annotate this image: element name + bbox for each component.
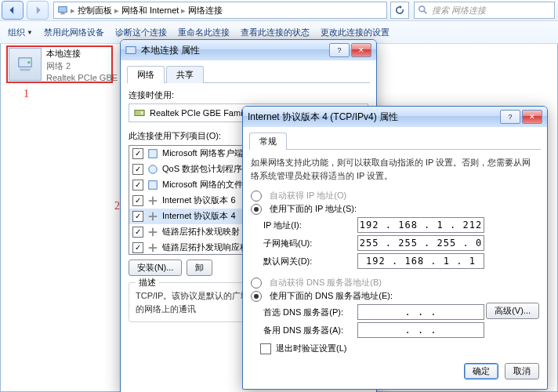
svg-rect-8	[149, 149, 158, 158]
protocol-icon	[147, 211, 158, 222]
svg-rect-0	[59, 7, 67, 13]
ipv4-properties-window: Internet 协议版本 4 (TCP/IPv4) 属性 ? ✕ 常规 如果网…	[242, 106, 548, 390]
refresh-button[interactable]	[390, 2, 409, 19]
search-icon	[418, 5, 429, 16]
install-button[interactable]: 安装(N)...	[129, 260, 182, 276]
desc-group-label: 描述	[136, 277, 159, 289]
network-adapter-icon	[9, 48, 42, 81]
radio-auto-dns: 自动获得 DNS 服务器地址(B)	[251, 277, 539, 289]
protocol-icon	[147, 195, 158, 206]
radio-auto-ip[interactable]: 自动获得 IP 地址(O)	[251, 190, 539, 201]
crumb-2[interactable]: 网络和 Internet	[121, 5, 179, 16]
svg-rect-5	[126, 47, 136, 54]
service-icon	[147, 180, 158, 191]
radio-manual-ip[interactable]: 使用下面的 IP 地址(S):	[251, 203, 539, 215]
dns1-label: 首选 DNS 服务器(P):	[263, 307, 357, 318]
help-button[interactable]: ?	[329, 43, 350, 57]
window-title: 本地连接 属性	[141, 44, 200, 57]
protocol-icon	[147, 242, 158, 253]
ip-input[interactable]: 192 . 168 . 1 . 212	[357, 217, 484, 233]
protocol-icon	[147, 227, 158, 238]
mask-label: 子网掩码(U):	[263, 238, 357, 249]
close-button[interactable]: ✕	[351, 43, 371, 57]
conn-adapter: Realtek PCIe GBE	[46, 73, 118, 82]
radio-manual-dns[interactable]: 使用下面的 DNS 服务器地址(E):	[251, 290, 539, 302]
help-button[interactable]: ?	[500, 110, 520, 124]
svg-point-9	[149, 165, 158, 173]
mask-input[interactable]: 255 . 255 . 255 . 0	[357, 235, 484, 251]
window-title: Internet 协议版本 4 (TCP/IPv4) 属性	[248, 111, 398, 124]
dns2-label: 备用 DNS 服务器(A):	[263, 325, 357, 336]
tb-rename[interactable]: 重命名此连接	[178, 27, 230, 38]
ipv4-intro: 如果网络支持此功能，则可以获取自动指派的 IP 设置。否则，您需要从网络系统管理…	[251, 156, 539, 182]
tb-change[interactable]: 更改此连接的设置	[321, 27, 390, 38]
nic-icon	[134, 107, 145, 118]
service-icon	[147, 164, 158, 175]
svg-rect-7	[141, 111, 143, 114]
crumb-1[interactable]: 控制面板	[78, 5, 112, 16]
client-icon	[147, 148, 158, 159]
window-icon	[125, 45, 136, 56]
nav-forward-button[interactable]	[27, 1, 49, 20]
nav-back-button[interactable]	[2, 1, 24, 20]
crumb-3[interactable]: 网络连接	[188, 5, 223, 16]
svg-point-2	[419, 6, 425, 12]
uninstall-button[interactable]: 卸	[187, 260, 212, 276]
breadcrumb[interactable]: ▸控制面板 ▸网络和 Internet ▸网络连接	[53, 2, 387, 19]
connect-using-label: 连接时使用:	[129, 89, 368, 101]
conn-title: 本地连接	[46, 48, 118, 60]
dns2-input[interactable]: . . .	[357, 322, 484, 338]
dns1-input[interactable]: . . .	[357, 304, 484, 320]
advanced-button[interactable]: 高级(V)...	[486, 303, 539, 319]
search-placeholder: 搜索 网络连接	[432, 5, 486, 16]
tab-network[interactable]: 网络	[127, 66, 165, 83]
address-bar: ▸控制面板 ▸网络和 Internet ▸网络连接 搜索 网络连接	[0, 0, 558, 21]
checkbox-icon[interactable]: ✓	[132, 148, 143, 159]
close-button[interactable]: ✕	[522, 110, 542, 124]
gw-input[interactable]: 192 . 168 . 1 . 1	[357, 253, 484, 269]
tb-diag[interactable]: 诊断这个连接	[115, 27, 167, 38]
gw-label: 默认网关(D):	[263, 256, 357, 267]
validate-on-exit-checkbox[interactable]: 退出时验证设置(L)	[260, 343, 346, 354]
tb-disable[interactable]: 禁用此网络设备	[44, 27, 104, 38]
cancel-button[interactable]: 取消	[505, 363, 539, 379]
checkbox-icon	[260, 343, 271, 354]
svg-rect-1	[60, 13, 64, 15]
connection-item[interactable]: 本地连接 网络 2 Realtek PCIe GBE	[5, 45, 121, 100]
tb-organize[interactable]: 组织▼	[8, 27, 33, 38]
tab-general[interactable]: 常规	[249, 132, 287, 150]
conn-network: 网络 2	[46, 60, 118, 72]
tb-status[interactable]: 查看此连接的状态	[241, 27, 310, 38]
svg-rect-10	[149, 180, 158, 189]
search-input[interactable]: 搜索 网络连接	[414, 2, 555, 19]
svg-point-4	[27, 61, 30, 64]
tab-sharing[interactable]: 共享	[166, 66, 204, 83]
ip-label: IP 地址(I):	[263, 220, 357, 231]
ok-button[interactable]: 确定	[464, 363, 498, 379]
computer-icon	[57, 5, 68, 16]
